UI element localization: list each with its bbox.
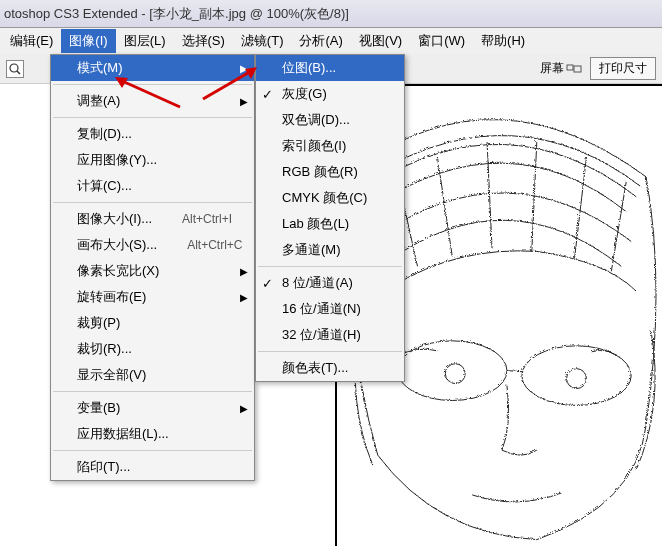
menu-separator xyxy=(258,266,402,267)
menu-item[interactable]: 32 位/通道(H) xyxy=(256,322,404,348)
menu-item-label: 颜色表(T)... xyxy=(282,359,348,377)
menu-item[interactable]: 索引颜色(I) xyxy=(256,133,404,159)
menu-item-label: 位图(B)... xyxy=(282,59,336,77)
menu-window[interactable]: 窗口(W) xyxy=(410,29,473,53)
dropdown-mode-submenu: 位图(B)...✓灰度(G)双色调(D)...索引颜色(I)RGB 颜色(R)C… xyxy=(255,54,405,382)
menu-item[interactable]: ✓8 位/通道(A) xyxy=(256,270,404,296)
menu-analysis[interactable]: 分析(A) xyxy=(291,29,350,53)
menu-separator xyxy=(53,117,252,118)
menu-item[interactable]: 应用数据组(L)... xyxy=(51,421,254,447)
menu-item-label: 画布大小(S)... xyxy=(77,236,157,254)
dropdown-image-menu: 模式(M)▶调整(A)▶复制(D)...应用图像(Y)...计算(C)...图像… xyxy=(50,54,255,481)
menu-item-label: 显示全部(V) xyxy=(77,366,146,384)
menu-item-label: 16 位/通道(N) xyxy=(282,300,361,318)
menu-item-label: RGB 颜色(R) xyxy=(282,163,358,181)
menu-item[interactable]: 16 位/通道(N) xyxy=(256,296,404,322)
menu-item-label: 调整(A) xyxy=(77,92,120,110)
menu-item-label: Lab 颜色(L) xyxy=(282,215,349,233)
menu-item-label: 旋转画布(E) xyxy=(77,288,146,306)
menu-item[interactable]: 旋转画布(E)▶ xyxy=(51,284,254,310)
menu-item-label: 32 位/通道(H) xyxy=(282,326,361,344)
menu-item-label: 复制(D)... xyxy=(77,125,132,143)
menu-item[interactable]: 调整(A)▶ xyxy=(51,88,254,114)
screens-icon xyxy=(566,64,582,74)
menu-item-label: 裁剪(P) xyxy=(77,314,120,332)
menu-item[interactable]: 陷印(T)... xyxy=(51,454,254,480)
menu-view[interactable]: 视图(V) xyxy=(351,29,410,53)
menu-item-shortcut: Alt+Ctrl+C xyxy=(187,238,242,252)
menu-item-label: 计算(C)... xyxy=(77,177,132,195)
submenu-arrow-icon: ▶ xyxy=(240,266,248,277)
menu-item-label: 8 位/通道(A) xyxy=(282,274,353,292)
menu-edit[interactable]: 编辑(E) xyxy=(2,29,61,53)
svg-point-8 xyxy=(566,368,586,388)
svg-point-7 xyxy=(444,363,464,383)
menu-item[interactable]: 画布大小(S)...Alt+Ctrl+C xyxy=(51,232,254,258)
menu-item-label: 变量(B) xyxy=(77,399,120,417)
menu-item[interactable]: ✓灰度(G) xyxy=(256,81,404,107)
screens-button[interactable]: 屏幕 xyxy=(540,60,582,77)
menu-item[interactable]: 模式(M)▶ xyxy=(51,55,254,81)
menu-item[interactable]: Lab 颜色(L) xyxy=(256,211,404,237)
svg-line-6 xyxy=(506,370,521,371)
menu-item[interactable]: 应用图像(Y)... xyxy=(51,147,254,173)
menu-select[interactable]: 选择(S) xyxy=(174,29,233,53)
menu-item[interactable]: 裁切(R)... xyxy=(51,336,254,362)
menu-item[interactable]: 显示全部(V) xyxy=(51,362,254,388)
menu-layer[interactable]: 图层(L) xyxy=(116,29,174,53)
menu-item[interactable]: 像素长宽比(X)▶ xyxy=(51,258,254,284)
menubar: 编辑(E) 图像(I) 图层(L) 选择(S) 滤镜(T) 分析(A) 视图(V… xyxy=(0,28,662,54)
title-text: otoshop CS3 Extended - [李小龙_副本.jpg @ 100… xyxy=(4,5,349,23)
menu-item-label: 裁切(R)... xyxy=(77,340,132,358)
checkmark-icon: ✓ xyxy=(262,276,273,291)
submenu-arrow-icon: ▶ xyxy=(240,96,248,107)
menu-item[interactable]: 裁剪(P) xyxy=(51,310,254,336)
svg-line-1 xyxy=(17,71,20,74)
menu-item[interactable]: 颜色表(T)... xyxy=(256,355,404,381)
svg-rect-3 xyxy=(574,66,581,72)
menu-item-label: 双色调(D)... xyxy=(282,111,350,129)
menu-help[interactable]: 帮助(H) xyxy=(473,29,533,53)
menu-item-label: 模式(M) xyxy=(77,59,123,77)
menu-item-label: CMYK 颜色(C) xyxy=(282,189,367,207)
menu-item-label: 图像大小(I)... xyxy=(77,210,152,228)
menu-separator xyxy=(258,351,402,352)
menu-item[interactable]: RGB 颜色(R) xyxy=(256,159,404,185)
menu-item-shortcut: Alt+Ctrl+I xyxy=(182,212,232,226)
menu-item-label: 陷印(T)... xyxy=(77,458,130,476)
menu-item[interactable]: 计算(C)... xyxy=(51,173,254,199)
menu-item-label: 应用数据组(L)... xyxy=(77,425,169,443)
checkmark-icon: ✓ xyxy=(262,87,273,102)
menu-item[interactable]: 复制(D)... xyxy=(51,121,254,147)
menu-item[interactable]: 多通道(M) xyxy=(256,237,404,263)
titlebar: otoshop CS3 Extended - [李小龙_副本.jpg @ 100… xyxy=(0,0,662,28)
menu-separator xyxy=(53,202,252,203)
menu-item[interactable]: 双色调(D)... xyxy=(256,107,404,133)
menu-separator xyxy=(53,391,252,392)
menu-item[interactable]: CMYK 颜色(C) xyxy=(256,185,404,211)
menu-item-label: 灰度(G) xyxy=(282,85,327,103)
magnify-icon[interactable] xyxy=(6,60,24,78)
menu-item[interactable]: 变量(B)▶ xyxy=(51,395,254,421)
submenu-arrow-icon: ▶ xyxy=(240,63,248,74)
menu-item-label: 多通道(M) xyxy=(282,241,341,259)
submenu-arrow-icon: ▶ xyxy=(240,403,248,414)
menu-separator xyxy=(53,84,252,85)
svg-point-0 xyxy=(10,64,18,72)
menu-image[interactable]: 图像(I) xyxy=(61,29,115,53)
svg-rect-2 xyxy=(567,65,573,70)
print-size-button[interactable]: 打印尺寸 xyxy=(590,57,656,80)
menu-separator xyxy=(53,450,252,451)
menu-item-label: 索引颜色(I) xyxy=(282,137,346,155)
submenu-arrow-icon: ▶ xyxy=(240,292,248,303)
menu-item[interactable]: 图像大小(I)...Alt+Ctrl+I xyxy=(51,206,254,232)
menu-item-label: 应用图像(Y)... xyxy=(77,151,157,169)
menu-filter[interactable]: 滤镜(T) xyxy=(233,29,292,53)
menu-item-label: 像素长宽比(X) xyxy=(77,262,159,280)
menu-item[interactable]: 位图(B)... xyxy=(256,55,404,81)
